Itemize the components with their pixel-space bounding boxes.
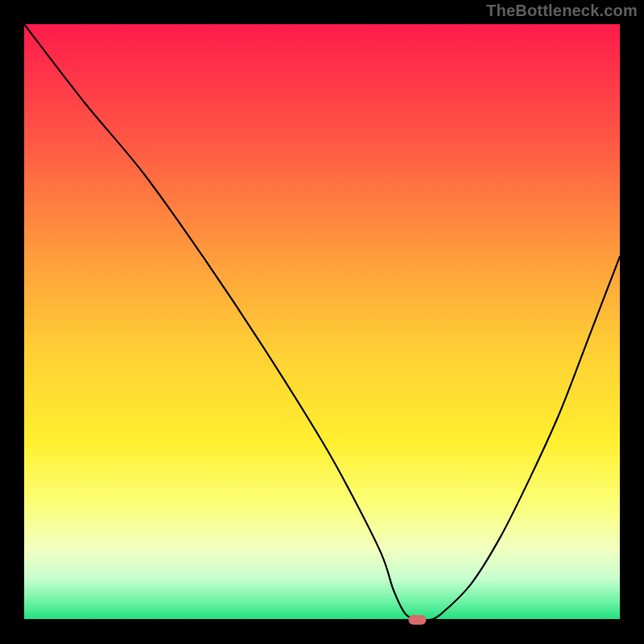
watermark-text: TheBottleneck.com bbox=[486, 2, 638, 20]
plot-background bbox=[24, 24, 620, 620]
bottleneck-chart bbox=[0, 0, 644, 644]
chart-frame: TheBottleneck.com bbox=[0, 0, 644, 644]
optimal-marker bbox=[408, 615, 426, 625]
